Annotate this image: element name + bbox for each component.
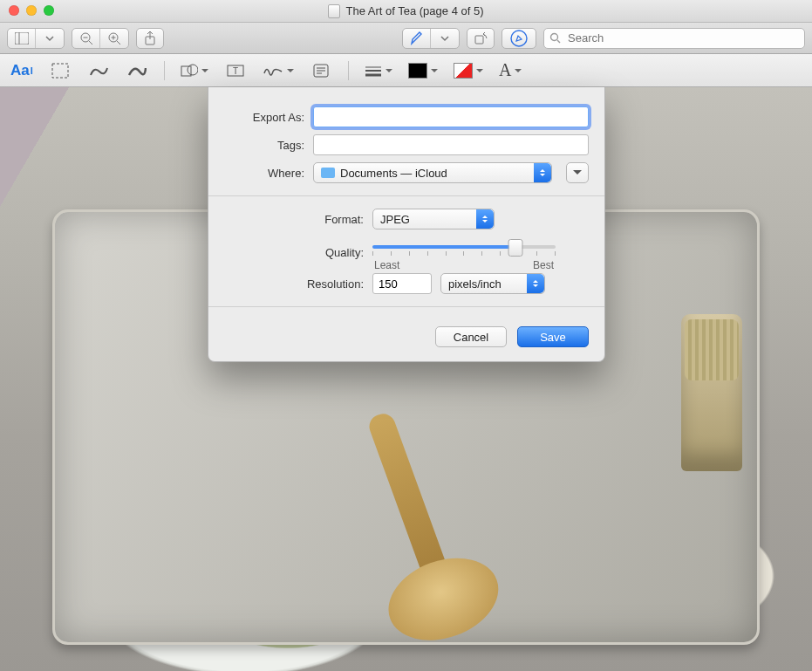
search-field[interactable] — [543, 28, 805, 49]
window-zoom-button[interactable] — [44, 5, 54, 16]
resolution-unit-value: pixels/inch — [448, 277, 502, 291]
document-icon — [328, 4, 340, 18]
divider — [164, 61, 165, 80]
share-button[interactable] — [136, 28, 164, 49]
zoom-out-button[interactable] — [72, 29, 100, 48]
svg-point-17 — [188, 65, 198, 75]
chevron-updown-icon — [527, 274, 544, 293]
fill-color-icon[interactable] — [454, 59, 483, 82]
chevron-updown-icon — [534, 163, 551, 182]
chevron-updown-icon — [476, 209, 494, 229]
svg-point-13 — [551, 34, 558, 41]
quality-slider[interactable] — [372, 245, 556, 249]
folder-icon — [321, 168, 335, 178]
quality-least-label: Least — [374, 259, 399, 271]
tags-field[interactable] — [313, 134, 589, 155]
textbox-icon[interactable]: T — [224, 59, 247, 82]
text-selection-icon[interactable]: AaI — [10, 59, 33, 82]
draw-icon[interactable] — [126, 59, 148, 82]
svg-line-3 — [89, 41, 92, 45]
window-title: The Art of Tea (page 4 of 5) — [345, 4, 483, 17]
line-weight-icon[interactable] — [365, 59, 392, 82]
where-popup[interactable]: Documents — iCloud — [313, 162, 552, 183]
search-input[interactable] — [566, 31, 799, 45]
format-popup[interactable]: JPEG — [372, 209, 495, 229]
quality-best-label: Best — [533, 259, 554, 271]
rect-select-icon[interactable] — [49, 59, 72, 82]
export-as-label: Export As: — [224, 111, 304, 124]
svg-rect-11 — [475, 36, 483, 44]
quality-label: Quality: — [224, 246, 364, 259]
resolution-label: Resolution: — [224, 277, 364, 291]
markup-toggle[interactable] — [402, 28, 460, 49]
titlebar: The Art of Tea (page 4 of 5) — [0, 0, 812, 23]
sign-menu-icon[interactable] — [263, 59, 294, 82]
shapes-menu-icon[interactable] — [181, 59, 208, 82]
format-label: Format: — [224, 213, 364, 226]
svg-rect-15 — [52, 64, 68, 78]
window-minimize-button[interactable] — [26, 5, 37, 16]
resolution-unit-popup[interactable]: pixels/inch — [440, 273, 545, 294]
text-style-icon[interactable]: A — [499, 59, 522, 82]
export-sheet: Export As: Tags: Where: Documents — iClo… — [208, 87, 605, 362]
where-label: Where: — [224, 167, 304, 180]
sidebar-toggle[interactable] — [7, 28, 65, 49]
format-value: JPEG — [380, 213, 410, 226]
tags-label: Tags: — [224, 139, 304, 152]
resolution-field[interactable] — [372, 273, 432, 294]
search-icon — [549, 32, 561, 44]
svg-line-6 — [117, 41, 120, 45]
markup-mode-button[interactable] — [502, 28, 536, 49]
quality-slider-thumb[interactable] — [508, 239, 522, 257]
sketch-icon[interactable] — [87, 59, 110, 82]
divider — [208, 195, 604, 196]
cancel-button[interactable]: Cancel — [435, 326, 507, 347]
svg-point-12 — [511, 31, 527, 46]
zoom-in-button[interactable] — [100, 29, 128, 48]
save-button[interactable]: Save — [517, 326, 589, 347]
stroke-color-icon[interactable] — [408, 59, 438, 82]
divider — [348, 61, 349, 80]
svg-line-14 — [557, 40, 560, 43]
main-toolbar — [0, 23, 812, 54]
rotate-button[interactable] — [467, 28, 495, 49]
divider — [208, 306, 604, 307]
expand-save-panel-button[interactable] — [566, 162, 589, 183]
note-icon[interactable] — [310, 59, 332, 82]
markup-toolbar: AaI T A — [0, 54, 812, 87]
photo-whisk — [681, 314, 742, 471]
zoom-controls[interactable] — [72, 28, 129, 49]
export-as-field[interactable] — [313, 106, 589, 127]
where-value: Documents — iCloud — [340, 167, 447, 180]
window-close-button[interactable] — [9, 5, 19, 16]
svg-rect-0 — [15, 32, 29, 45]
svg-text:T: T — [233, 66, 238, 76]
